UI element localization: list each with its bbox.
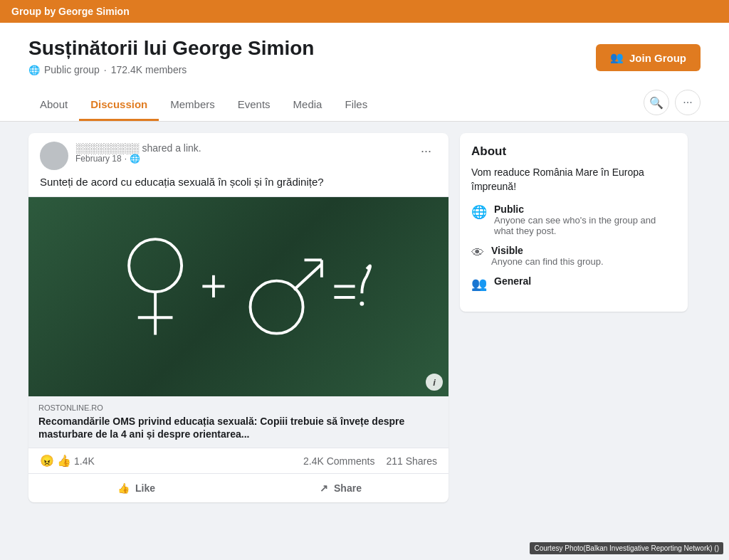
post-link-preview: i ROSTONLINE.RO Recomandările OMS privin… [28, 196, 449, 448]
chalkboard-svg [70, 217, 407, 376]
sidebar-column: About Vom readuce România Mare în Europa… [460, 133, 688, 502]
link-title: Recomandările OMS privind educația sexua… [38, 415, 439, 440]
group-meta: 🌐 Public group · 172.4K members [28, 64, 314, 75]
public-subtitle: Anyone can see who's in the group and wh… [494, 215, 676, 236]
svg-line-6 [294, 264, 322, 290]
about-card: About Vom readuce România Mare în Europa… [460, 133, 688, 312]
nav-right: 🔍 ··· [644, 90, 701, 121]
post-author-row: ░░░░░░░░░ shared a link. [75, 142, 201, 154]
globe-icon: 🌐 [28, 65, 40, 75]
about-general-content: General [494, 275, 531, 287]
about-general-item: 👥 General [471, 275, 676, 292]
post-meta: ░░░░░░░░░ shared a link. February 18 · 🌐 [75, 142, 201, 164]
tab-media[interactable]: Media [282, 90, 334, 121]
visible-title: Visible [491, 245, 604, 256]
top-bar: Group by George Simion [0, 0, 729, 23]
post-date: February 18 [75, 154, 122, 164]
join-group-button[interactable]: 👥 Join Group [596, 44, 701, 71]
stats-right: 2.4K Comments 211 Shares [303, 455, 437, 467]
about-public-content: Public Anyone can see who's in the group… [494, 204, 676, 236]
angry-emoji: 😠 [40, 454, 54, 467]
public-title: Public [494, 204, 676, 215]
like-icon: 👍 [117, 482, 130, 494]
feed-column: ░░░░░░░░░ shared a link. February 18 · 🌐… [28, 133, 449, 502]
reaction-count: 1.4K [74, 455, 95, 467]
dot-separator: · [104, 64, 107, 75]
more-icon: ··· [683, 96, 692, 109]
nav-tabs: About Discussion Members Events Media Fi… [28, 84, 701, 121]
search-button[interactable]: 🔍 [644, 90, 669, 115]
globe-about-icon: 🌐 [471, 204, 487, 220]
comment-count: 2.4K Comments [303, 455, 374, 467]
info-badge: i [426, 374, 443, 391]
post-text: Sunteți de acord cu educația sexuală în … [28, 176, 449, 196]
like-emoji: 👍 [57, 454, 71, 467]
group-info: Susținătorii lui George Simion 🌐 Public … [28, 37, 314, 75]
tab-events[interactable]: Events [226, 90, 282, 121]
join-label: Join Group [629, 52, 686, 64]
tab-about[interactable]: About [28, 90, 79, 121]
about-sidebar-title: About [471, 144, 676, 159]
dot: · [125, 154, 127, 164]
group-type: Public group [44, 64, 100, 75]
link-meta: ROSTONLINE.RO Recomandările OMS privind … [28, 396, 449, 448]
link-image: i [28, 197, 449, 396]
reaction-row: 😠 👍 1.4K [40, 454, 95, 467]
svg-point-11 [360, 302, 364, 306]
people-about-icon: 👥 [471, 276, 487, 292]
tab-members[interactable]: Members [159, 90, 226, 121]
search-icon: 🔍 [649, 96, 664, 110]
like-label: Like [135, 482, 155, 494]
eye-about-icon: 👁 [471, 245, 484, 260]
post-header: ░░░░░░░░░ shared a link. February 18 · 🌐… [28, 133, 449, 176]
post-time: February 18 · 🌐 [75, 154, 201, 164]
post-action: shared a link. [142, 142, 201, 154]
share-icon: ↗ [320, 482, 328, 494]
about-description: Vom readuce România Mare în Europa împre… [471, 166, 676, 194]
group-title: Susținătorii lui George Simion [28, 37, 314, 60]
share-button[interactable]: ↗ Share [238, 477, 443, 500]
globe-post-icon: 🌐 [130, 154, 140, 164]
visible-subtitle: Anyone can find this group. [491, 256, 604, 267]
group-title-row: Susținătorii lui George Simion 🌐 Public … [28, 37, 701, 84]
general-title: General [494, 275, 531, 287]
post-actions: 👍 Like ↗ Share [28, 473, 449, 502]
member-count: 172.4K members [111, 64, 187, 75]
about-visible-item: 👁 Visible Anyone can find this group. [471, 245, 676, 267]
author-name: ░░░░░░░░░ [75, 142, 139, 154]
post-more-button[interactable]: ··· [415, 142, 437, 160]
like-button[interactable]: 👍 Like [34, 477, 238, 500]
tab-files[interactable]: Files [333, 90, 379, 121]
post-author-info: ░░░░░░░░░ shared a link. February 18 · 🌐 [40, 142, 201, 170]
tab-discussion[interactable]: Discussion [79, 90, 159, 121]
top-bar-label: Group by George Simion [11, 6, 130, 17]
about-public-item: 🌐 Public Anyone can see who's in the gro… [471, 204, 676, 236]
chalkboard-content: i [28, 197, 449, 396]
share-label: Share [334, 482, 362, 494]
post-card: ░░░░░░░░░ shared a link. February 18 · 🌐… [28, 133, 449, 502]
avatar [40, 142, 68, 170]
share-count: 211 Shares [386, 455, 437, 467]
more-options-button[interactable]: ··· [675, 90, 701, 115]
join-icon: 👥 [610, 51, 624, 64]
group-header: Susținătorii lui George Simion 🌐 Public … [0, 23, 729, 122]
about-visible-content: Visible Anyone can find this group. [491, 245, 604, 267]
post-stats: 😠 👍 1.4K 2.4K Comments 211 Shares [28, 448, 449, 473]
svg-point-0 [129, 239, 182, 292]
main-content: ░░░░░░░░░ shared a link. February 18 · 🌐… [0, 122, 729, 514]
link-domain: ROSTONLINE.RO [38, 403, 439, 412]
